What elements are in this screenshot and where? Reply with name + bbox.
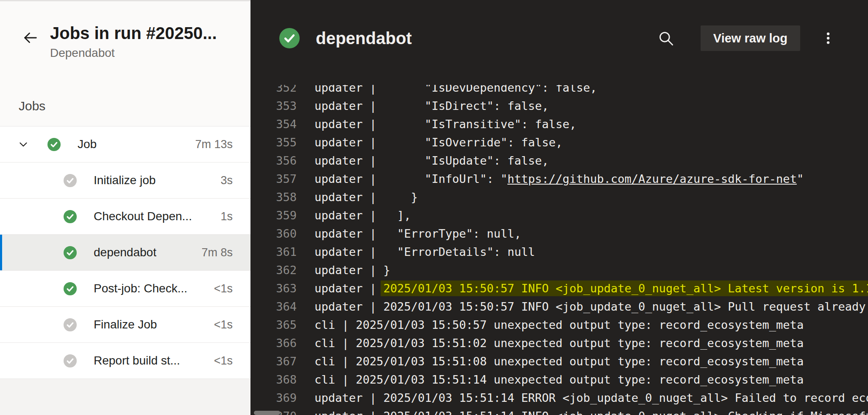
status-success-icon [279, 28, 300, 48]
log-text: updater | 2025/01/03 15:50:57 INFO <job_… [314, 279, 868, 297]
line-number[interactable]: 358 [250, 188, 297, 206]
step-duration: <1s [214, 318, 233, 331]
line-number[interactable]: 361 [250, 243, 297, 261]
sidebar-item-post-job-check[interactable]: Post-job: Check... <1s [0, 271, 250, 307]
line-number[interactable]: 364 [250, 297, 297, 316]
run-title: Jobs in run #20250... [50, 23, 217, 43]
line-number[interactable]: 357 [250, 170, 297, 188]
step-label: Post-job: Check... [94, 282, 187, 295]
status-success-icon [64, 282, 77, 295]
log-link[interactable]: https://github.com/Azure/azure-sdk-for-n… [507, 172, 797, 185]
step-duration: 7m 13s [195, 138, 233, 151]
log-text: updater | "IsUpdate": false, [314, 151, 549, 170]
search-button[interactable] [656, 28, 676, 48]
log-line: 363 updater | 2025/01/03 15:50:57 INFO <… [250, 279, 868, 297]
run-subtitle: Dependabot [50, 46, 217, 60]
search-highlight: 2025/01/03 15:50:57 INFO <job_update_0_n… [381, 280, 868, 296]
log-text: updater | } [314, 188, 418, 206]
log-line: 361 updater | "ErrorDetails": null [250, 243, 868, 261]
log-text: cli | 2025/01/03 15:51:02 unexpected out… [314, 334, 804, 352]
log-line: 370 updater | 2025/01/03 15:51:14 INFO <… [250, 407, 868, 415]
step-label: Report build st... [94, 354, 180, 367]
log-line: 352 updater | "IsDevDependency": false, [250, 85, 868, 97]
sidebar-header: Jobs in run #20250... Dependabot Jobs [0, 1, 250, 126]
log-text: updater | 2025/01/03 15:50:57 INFO <job_… [314, 297, 868, 316]
log-text: updater | "IsDirect": false, [314, 97, 549, 115]
status-success-icon [64, 246, 77, 259]
log-line: 366 cli | 2025/01/03 15:51:02 unexpected… [250, 334, 868, 352]
status-success-icon [64, 210, 77, 223]
step-label: dependabot [94, 246, 156, 259]
log-text: cli | 2025/01/03 15:51:14 unexpected out… [314, 370, 804, 389]
line-number[interactable]: 369 [250, 389, 297, 407]
log-text: updater | "IsDevDependency": false, [314, 85, 597, 97]
line-number[interactable]: 363 [250, 279, 297, 297]
line-number[interactable]: 352 [250, 85, 297, 97]
chevron-down-icon[interactable] [18, 139, 29, 150]
step-label: Initialize job [94, 174, 156, 187]
log-line: 358 updater | } [250, 188, 868, 206]
log-line: 359 updater | ], [250, 206, 868, 224]
log-line: 365 cli | 2025/01/03 15:50:57 unexpected… [250, 316, 868, 334]
step-duration: 1s [220, 210, 233, 223]
log-line: 368 cli | 2025/01/03 15:51:14 unexpected… [250, 370, 868, 389]
line-number[interactable]: 365 [250, 316, 297, 334]
log-panel-header: dependabot View raw log [250, 0, 868, 72]
log-text: updater | 2025/01/03 15:51:14 INFO <job_… [314, 407, 868, 415]
search-icon [657, 29, 675, 47]
step-duration: <1s [214, 354, 233, 367]
kebab-menu-icon [820, 30, 836, 46]
step-duration: 7m 8s [201, 246, 233, 259]
status-neutral-icon [64, 354, 77, 367]
view-raw-log-button[interactable]: View raw log [701, 25, 800, 51]
line-number[interactable]: 353 [250, 97, 297, 115]
line-number[interactable]: 362 [250, 261, 297, 279]
log-text: updater | "ErrorDetails": null [314, 243, 535, 261]
status-neutral-icon [64, 318, 77, 331]
log-text: updater | "IsOverride": false, [314, 133, 562, 151]
line-number[interactable]: 368 [250, 370, 297, 389]
sidebar-item-finalize-job[interactable]: Finalize Job <1s [0, 307, 250, 343]
step-label: Checkout Depen... [94, 210, 192, 223]
log-line: 362 updater | } [250, 261, 868, 279]
sidebar-filler [0, 379, 250, 415]
log-line: 369 updater | 2025/01/03 15:51:14 ERROR … [250, 389, 868, 407]
sidebar-item-initialize-job[interactable]: Initialize job 3s [0, 163, 250, 199]
line-number[interactable]: 355 [250, 133, 297, 151]
sidebar-item-job[interactable]: Job 7m 13s [0, 126, 250, 163]
sidebar-item-dependabot[interactable]: dependabot 7m 8s [0, 235, 250, 271]
log-line: 357 updater | "InfoUrl": "https://github… [250, 170, 868, 188]
step-title: dependabot [316, 29, 412, 48]
log-text: updater | "IsTransitive": false, [314, 115, 576, 133]
log-text: updater | "ErrorType": null, [314, 224, 521, 243]
log-line: 364 updater | 2025/01/03 15:50:57 INFO <… [250, 297, 868, 316]
step-duration: <1s [214, 282, 233, 295]
horizontal-scrollbar-thumb[interactable] [254, 411, 280, 415]
sidebar-item-report-build-st[interactable]: Report build st... <1s [0, 343, 250, 379]
line-number[interactable]: 366 [250, 334, 297, 352]
line-number[interactable]: 354 [250, 115, 297, 133]
log-text: updater | } [314, 261, 390, 279]
log-line: 353 updater | "IsDirect": false, [250, 97, 868, 115]
more-actions-button[interactable] [818, 28, 838, 48]
sidebar-item-checkout-depen[interactable]: Checkout Depen... 1s [0, 199, 250, 235]
step-label: Job [78, 137, 97, 151]
log-line: 367 cli | 2025/01/03 15:51:08 unexpected… [250, 352, 868, 370]
log-lines: 352 updater | "IsDevDependency": false, … [250, 85, 868, 415]
log-line: 360 updater | "ErrorType": null, [250, 224, 868, 243]
log-line: 356 updater | "IsUpdate": false, [250, 151, 868, 170]
log-line: 355 updater | "IsOverride": false, [250, 133, 868, 151]
log-line: 354 updater | "IsTransitive": false, [250, 115, 868, 133]
line-number[interactable]: 360 [250, 224, 297, 243]
step-duration: 3s [220, 174, 233, 187]
line-number[interactable]: 356 [250, 151, 297, 170]
log-text: updater | ], [314, 206, 411, 224]
back-button[interactable] [21, 28, 40, 47]
back-arrow-icon [22, 29, 39, 46]
line-number[interactable]: 367 [250, 352, 297, 370]
log-panel: dependabot View raw log 352 updater | "I… [250, 0, 868, 415]
line-number[interactable]: 359 [250, 206, 297, 224]
jobs-section-label: Jobs [19, 99, 45, 113]
jobs-sidebar: Jobs in run #20250... Dependabot Jobs Jo… [0, 0, 250, 415]
status-neutral-icon [64, 174, 77, 187]
